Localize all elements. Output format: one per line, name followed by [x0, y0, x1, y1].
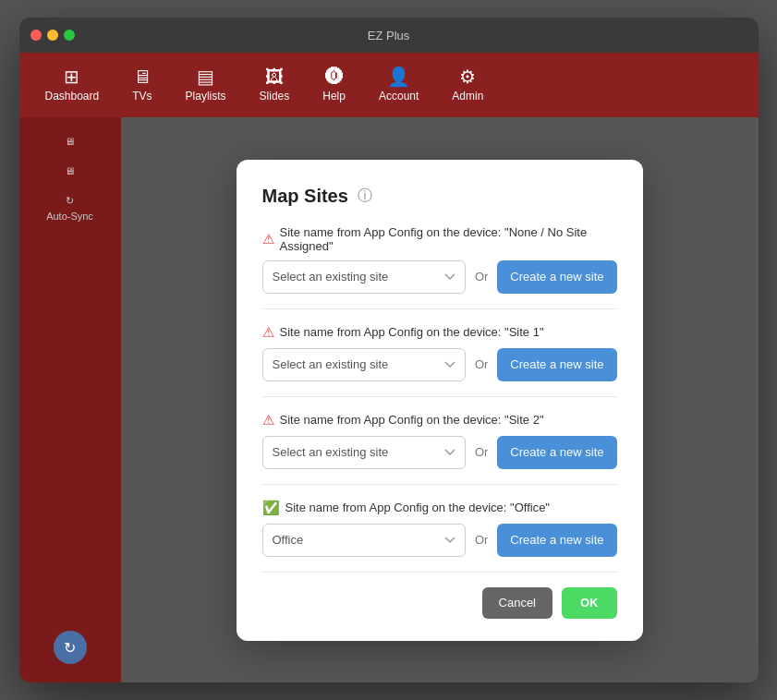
site-label-4: ✅ Site name from App Config on the devic… [262, 500, 617, 516]
nav-label-help: Help [322, 90, 346, 103]
cancel-button[interactable]: Cancel [482, 587, 552, 619]
nav-item-account[interactable]: 👤 Account [362, 60, 435, 110]
minimize-button[interactable] [47, 30, 58, 41]
site-controls-1: Select an existing site Or Create a new … [262, 260, 617, 294]
top-nav: ⊞ Dashboard 🖥 TVs ▤ Playlists 🖼 Slides ⓿… [19, 53, 759, 117]
site-controls-4: Office Or Create a new site [262, 524, 617, 557]
sidebar-tv-icon-1[interactable]: 🖥 [65, 136, 75, 147]
info-icon[interactable]: ⓘ [358, 187, 372, 206]
site-row-1: ⚠ Site name from App Config on the devic… [262, 225, 617, 309]
tv-icon: 🖥 [65, 136, 75, 147]
refresh-button[interactable]: ↻ [54, 631, 87, 664]
playlists-icon: ▤ [197, 67, 214, 86]
nav-item-admin[interactable]: ⚙ Admin [435, 60, 500, 110]
nav-label-slides: Slides [260, 90, 290, 103]
sidebar: 🖥 🖥 ↻ Auto-Sync ↻ [19, 117, 121, 682]
maximize-button[interactable] [64, 30, 75, 41]
tvs-icon: 🖥 [133, 67, 152, 86]
create-site-btn-1[interactable]: Create a new site [497, 260, 616, 294]
site-select-1[interactable]: Select an existing site [262, 260, 466, 294]
account-icon: 👤 [387, 67, 410, 86]
site-row-4: ✅ Site name from App Config on the devic… [262, 500, 617, 573]
site-controls-2: Select an existing site Or Create a new … [262, 348, 617, 381]
site-label-text-2: Site name from App Config on the device:… [280, 325, 544, 339]
site-select-3[interactable]: Select an existing site [262, 436, 466, 469]
dashboard-icon: ⊞ [64, 67, 79, 86]
site-label-1: ⚠ Site name from App Config on the devic… [262, 225, 617, 253]
autosync-icon: ↻ [66, 195, 74, 207]
help-icon: ⓿ [325, 67, 344, 86]
nav-label-admin: Admin [452, 90, 483, 103]
site-label-text-1: Site name from App Config on the device:… [280, 225, 617, 253]
or-text-1: Or [475, 270, 488, 284]
refresh-icon: ↻ [64, 639, 76, 657]
nav-label-dashboard: Dashboard [45, 90, 100, 103]
window-title: EZ Plus [368, 29, 410, 42]
title-bar: EZ Plus [19, 18, 759, 53]
or-text-4: Or [475, 533, 488, 547]
sidebar-tv-icon-2[interactable]: 🖥 [65, 165, 75, 176]
content-area: Map Sites ⓘ ⚠ Site name from App Config … [121, 117, 759, 682]
site-controls-3: Select an existing site Or Create a new … [262, 436, 617, 469]
site-label-3: ⚠ Site name from App Config on the devic… [262, 412, 617, 428]
site-label-2: ⚠ Site name from App Config on the devic… [262, 324, 617, 341]
site-row-2: ⚠ Site name from App Config on the devic… [262, 324, 617, 397]
map-sites-modal: Map Sites ⓘ ⚠ Site name from App Config … [237, 160, 643, 641]
tv-icon-2: 🖥 [65, 165, 75, 176]
site-row-3: ⚠ Site name from App Config on the devic… [262, 412, 617, 485]
slides-icon: 🖼 [265, 67, 284, 86]
nav-item-slides[interactable]: 🖼 Slides [243, 60, 307, 110]
modal-footer: Cancel OK [262, 587, 617, 619]
main-area: 🖥 🖥 ↻ Auto-Sync ↻ Map Sites [19, 117, 759, 682]
nav-item-tvs[interactable]: 🖥 TVs [115, 60, 168, 110]
modal-overlay: Map Sites ⓘ ⚠ Site name from App Config … [121, 117, 759, 682]
create-site-btn-3[interactable]: Create a new site [497, 436, 616, 469]
site-select-2[interactable]: Select an existing site [262, 348, 466, 381]
autosync-label: Auto-Sync [46, 211, 93, 222]
nav-label-playlists: Playlists [186, 90, 226, 103]
site-label-text-4: Site name from App Config on the device:… [285, 501, 550, 514]
nav-label-tvs: TVs [132, 90, 152, 103]
modal-title: Map Sites [262, 186, 348, 207]
error-icon-1: ⚠ [262, 231, 274, 247]
error-icon-2: ⚠ [262, 324, 274, 341]
nav-item-playlists[interactable]: ▤ Playlists [169, 60, 243, 110]
admin-icon: ⚙ [459, 67, 476, 86]
create-site-btn-4[interactable]: Create a new site [497, 524, 616, 557]
site-label-text-3: Site name from App Config on the device:… [280, 413, 544, 427]
ok-button[interactable]: OK [562, 587, 617, 619]
app-window: EZ Plus ⊞ Dashboard 🖥 TVs ▤ Playlists 🖼 … [19, 18, 759, 682]
modal-header: Map Sites ⓘ [262, 186, 617, 207]
nav-label-account: Account [379, 90, 419, 103]
nav-item-help[interactable]: ⓿ Help [306, 60, 362, 110]
close-button[interactable] [30, 30, 42, 41]
or-text-2: Or [475, 357, 488, 371]
error-icon-3: ⚠ [262, 412, 274, 428]
site-select-4[interactable]: Office [262, 524, 466, 557]
nav-item-dashboard[interactable]: ⊞ Dashboard [29, 60, 116, 110]
or-text-3: Or [475, 445, 488, 459]
sidebar-autosync[interactable]: ↻ Auto-Sync [46, 195, 93, 222]
traffic-lights [30, 30, 75, 41]
create-site-btn-2[interactable]: Create a new site [497, 348, 616, 381]
success-icon-4: ✅ [262, 500, 280, 516]
